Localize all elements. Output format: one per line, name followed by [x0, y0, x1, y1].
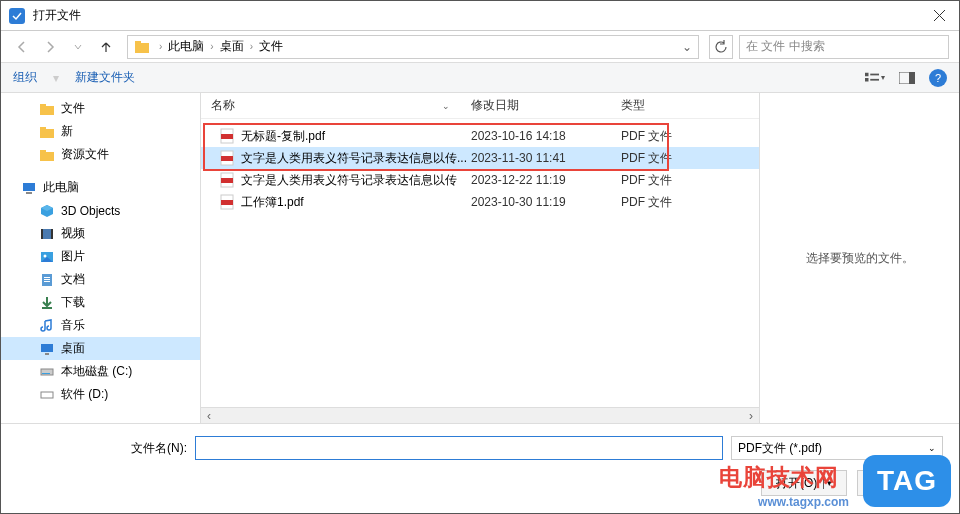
svg-rect-13: [40, 150, 46, 153]
view-options-button[interactable]: ▾: [865, 68, 885, 88]
file-date: 2023-12-22 11:19: [471, 173, 621, 187]
pdf-icon: [219, 172, 235, 188]
chevron-right-icon: ›: [247, 41, 256, 52]
sidebar: 文件 新 资源文件 此电脑 3D Objects 视频 图片 文档: [1, 93, 201, 423]
svg-rect-23: [44, 279, 50, 280]
titlebar: 打开文件: [1, 1, 959, 31]
column-date[interactable]: 修改日期: [461, 93, 611, 118]
crumb-desktop[interactable]: 桌面: [217, 38, 247, 55]
watermark-brand: 电脑技术网: [719, 462, 839, 493]
sidebar-item-label: 桌面: [61, 340, 85, 357]
sidebar-item-thispc[interactable]: 此电脑: [1, 176, 200, 199]
file-row[interactable]: 文字是人类用表义符号记录表达信息以传... 2023-11-30 11:41 P…: [201, 147, 759, 169]
organize-menu[interactable]: 组织: [13, 69, 37, 86]
sidebar-item-videos[interactable]: 视频: [1, 222, 200, 245]
sidebar-item-disk-c[interactable]: 本地磁盘 (C:): [1, 360, 200, 383]
svg-rect-12: [40, 152, 54, 161]
column-name[interactable]: 名称 ⌄: [201, 93, 461, 118]
file-row[interactable]: 无标题-复制.pdf 2023-10-16 14:18 PDF 文件: [201, 125, 759, 147]
svg-rect-17: [41, 229, 43, 239]
pdf-icon: [219, 150, 235, 166]
file-row[interactable]: 文字是人类用表义符号记录表达信息以传 2023-12-22 11:19 PDF …: [201, 169, 759, 191]
svg-rect-30: [41, 392, 53, 398]
svg-rect-8: [40, 106, 54, 115]
sidebar-item-label: 新: [61, 123, 73, 140]
sidebar-item-label: 软件 (D:): [61, 386, 108, 403]
documents-icon: [39, 272, 55, 288]
forward-button[interactable]: [39, 36, 61, 58]
sidebar-item-3d[interactable]: 3D Objects: [1, 199, 200, 222]
svg-rect-22: [44, 277, 50, 278]
back-button[interactable]: [11, 36, 33, 58]
window-title: 打开文件: [33, 7, 919, 24]
svg-rect-11: [40, 127, 46, 130]
folder-icon: [132, 37, 152, 57]
sidebar-item-pictures[interactable]: 图片: [1, 245, 200, 268]
app-icon: [9, 8, 25, 24]
sidebar-item-documents[interactable]: 文档: [1, 268, 200, 291]
sidebar-item-new[interactable]: 新: [1, 120, 200, 143]
file-type-value: PDF文件 (*.pdf): [738, 440, 822, 457]
crumb-thispc[interactable]: 此电脑: [165, 38, 207, 55]
disk-icon: [39, 387, 55, 403]
filename-label: 文件名(N):: [17, 440, 187, 457]
preview-placeholder: 选择要预览的文件。: [806, 250, 914, 267]
scroll-right-button[interactable]: ›: [743, 408, 759, 424]
svg-rect-14: [23, 183, 35, 191]
new-folder-button[interactable]: 新建文件夹: [75, 69, 135, 86]
help-button[interactable]: ?: [929, 69, 947, 87]
downloads-icon: [39, 295, 55, 311]
refresh-button[interactable]: [709, 35, 733, 59]
svg-rect-9: [40, 104, 46, 107]
breadcrumb[interactable]: › 此电脑 › 桌面 › 文件 ⌄: [127, 35, 699, 59]
chevron-right-icon: ›: [156, 41, 165, 52]
sidebar-item-downloads[interactable]: 下载: [1, 291, 200, 314]
file-date: 2023-10-30 11:19: [471, 195, 621, 209]
sidebar-item-files[interactable]: 文件: [1, 97, 200, 120]
file-name: 工作簿1.pdf: [241, 194, 471, 211]
disk-icon: [39, 364, 55, 380]
folder-icon: [39, 101, 55, 117]
scroll-left-button[interactable]: ‹: [201, 408, 217, 424]
sort-indicator-icon: ⌄: [442, 101, 450, 111]
file-area: 名称 ⌄ 修改日期 类型 无标题-复制.pdf 2023-10-16 14:18…: [201, 93, 959, 423]
sidebar-item-disk-d[interactable]: 软件 (D:): [1, 383, 200, 406]
sidebar-item-resources[interactable]: 资源文件: [1, 143, 200, 166]
sidebar-item-label: 资源文件: [61, 146, 109, 163]
pdf-icon: [219, 128, 235, 144]
file-type: PDF 文件: [621, 172, 672, 189]
desktop-icon: [39, 341, 55, 357]
preview-pane: 选择要预览的文件。: [759, 93, 959, 423]
sidebar-item-music[interactable]: 音乐: [1, 314, 200, 337]
column-type[interactable]: 类型: [611, 93, 711, 118]
file-name: 文字是人类用表义符号记录表达信息以传...: [241, 150, 471, 167]
horizontal-scrollbar[interactable]: ‹ ›: [201, 407, 759, 423]
sidebar-item-label: 下载: [61, 294, 85, 311]
file-list: 名称 ⌄ 修改日期 类型 无标题-复制.pdf 2023-10-16 14:18…: [201, 93, 759, 423]
sidebar-item-desktop[interactable]: 桌面: [1, 337, 200, 360]
file-date: 2023-10-16 14:18: [471, 129, 621, 143]
recent-dropdown[interactable]: [67, 36, 89, 58]
file-type: PDF 文件: [621, 128, 672, 145]
svg-rect-5: [870, 78, 879, 80]
sidebar-item-label: 图片: [61, 248, 85, 265]
chevron-down-icon: ⌄: [928, 443, 936, 453]
crumb-folder[interactable]: 文件: [256, 38, 286, 55]
pictures-icon: [39, 249, 55, 265]
folder-icon: [39, 124, 55, 140]
close-button[interactable]: [919, 1, 959, 31]
filename-input[interactable]: [195, 436, 723, 460]
breadcrumb-dropdown[interactable]: ⌄: [676, 40, 698, 54]
svg-rect-28: [41, 369, 53, 375]
watermark-url: www.tagxp.com: [758, 495, 849, 509]
sidebar-item-label: 此电脑: [43, 179, 79, 196]
music-icon: [39, 318, 55, 334]
file-row[interactable]: 工作簿1.pdf 2023-10-30 11:19 PDF 文件: [201, 191, 759, 213]
svg-rect-7: [909, 72, 915, 84]
search-input[interactable]: 在 文件 中搜索: [739, 35, 949, 59]
3d-objects-icon: [39, 203, 55, 219]
preview-pane-button[interactable]: [897, 68, 917, 88]
svg-rect-38: [221, 200, 233, 205]
up-button[interactable]: [95, 36, 117, 58]
svg-rect-18: [51, 229, 53, 239]
